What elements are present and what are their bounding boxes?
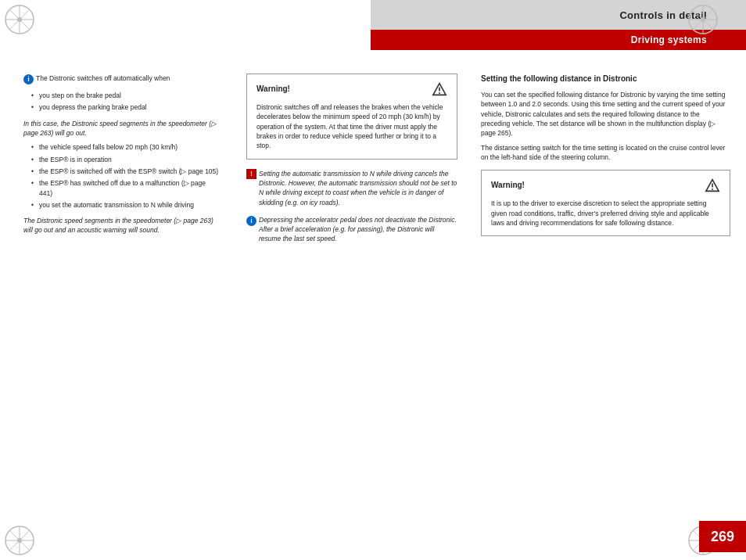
list-item: you depress the parking brake pedal — [31, 102, 219, 112]
main-text-right: You can set the specified following dist… — [481, 90, 730, 138]
warning-header-2: Warning! — [491, 178, 720, 192]
closing-text: The Distronic speed segments in the spee… — [23, 216, 219, 235]
corner-decor-top-left — [0, 0, 39, 39]
warning-header-1: Warning! — [256, 82, 447, 96]
error-block: ! Setting the automatic transmission to … — [246, 169, 457, 207]
svg-point-29 — [712, 188, 713, 190]
distance-switch-text: The distance setting switch for the time… — [481, 143, 730, 163]
list-item: the ESP® is in operation — [31, 155, 219, 164]
info-icon-middle: i — [246, 216, 256, 226]
list-item: you set the automatic transmission to N … — [31, 200, 219, 210]
svg-point-26 — [439, 92, 440, 94]
list-item: you step on the brake pedal — [31, 91, 219, 100]
corner-decor-top-right — [683, 0, 723, 39]
list-item: the ESP® is switched off with the ESP® s… — [31, 167, 219, 176]
warning-label-2: Warning! — [491, 180, 525, 192]
in-this-case-text: In this case, the Distronic speed segmen… — [23, 119, 219, 138]
warning-box-1: Warning! Distronic switches off and rele… — [246, 74, 457, 160]
error-text: Setting the automatic transmission to N … — [259, 169, 457, 207]
warning-triangle-icon-2 — [705, 178, 720, 192]
warning-text-1: Distronic switches off and releases the … — [256, 102, 447, 151]
main-content: i The Distronic switches off automatical… — [0, 50, 746, 560]
list-item: the ESP® has switched off due to a malfu… — [31, 178, 219, 198]
info-intro-text: The Distronic switches off automatically… — [36, 74, 170, 83]
bullets-list-2: the vehicle speed falls below 20 mph (30… — [31, 142, 219, 210]
warning-label-1: Warning! — [256, 84, 290, 95]
info-icon: i — [23, 74, 34, 84]
error-icon: ! — [246, 169, 256, 179]
bullets-list-1: you step on the brake pedal you depress … — [31, 91, 219, 113]
section-heading: Setting the following distance in Distro… — [481, 74, 730, 84]
warning-text-2: It is up to the driver to exercise discr… — [491, 199, 720, 228]
warning-box-2: Warning! It is up to the driver to exerc… — [481, 170, 730, 236]
right-column: Setting the following distance in Distro… — [469, 50, 746, 560]
warning-triangle-icon-1 — [432, 82, 447, 96]
info-intro-block: i The Distronic switches off automatical… — [23, 74, 219, 84]
info-block-middle: i Depressing the accelerator pedal does … — [246, 215, 457, 244]
left-column: i The Distronic switches off automatical… — [0, 50, 235, 560]
info-text-middle: Depressing the accelerator pedal does no… — [259, 215, 457, 244]
middle-column: Warning! Distronic switches off and rele… — [235, 50, 469, 560]
list-item: the vehicle speed falls below 20 mph (30… — [31, 142, 219, 152]
